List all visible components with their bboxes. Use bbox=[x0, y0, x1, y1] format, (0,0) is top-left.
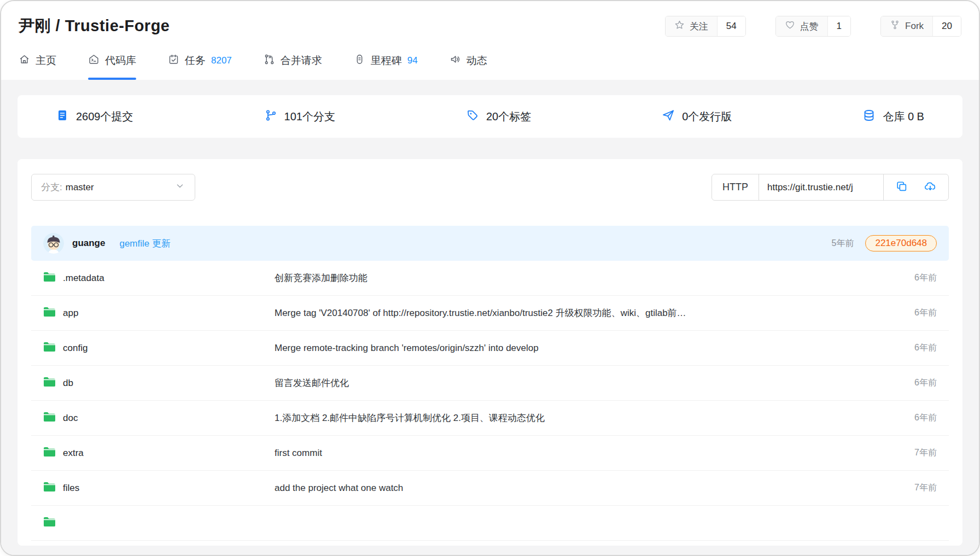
file-row[interactable]: files add the project what one watch 7年前 bbox=[31, 471, 949, 506]
copy-icon[interactable] bbox=[896, 180, 908, 195]
stat-tags-label: 20个标签 bbox=[486, 109, 531, 124]
repo-browser-card: 分支: master HTTP https://git.trustie.net/… bbox=[18, 159, 962, 546]
stat-commits[interactable]: 2609个提交 bbox=[56, 109, 133, 125]
file-row[interactable]: .metadata 创新竞赛添加删除功能 6年前 bbox=[31, 261, 949, 296]
branch-selector[interactable]: 分支: master bbox=[31, 174, 195, 201]
page-title: 尹刚 / Trustie-Forge bbox=[19, 15, 170, 37]
activity-icon bbox=[450, 54, 461, 68]
tab-tasks-count: 8207 bbox=[211, 55, 232, 66]
clone-url-field[interactable]: https://git.trustie.net/j bbox=[759, 174, 884, 200]
tab-activity[interactable]: 动态 bbox=[450, 54, 487, 80]
file-commit-message[interactable]: 创新竞赛添加删除功能 bbox=[275, 272, 888, 284]
file-commit-message[interactable]: Merge remote-tracking branch 'remotes/or… bbox=[275, 343, 888, 354]
stat-branches[interactable]: 101个分支 bbox=[264, 109, 335, 125]
milestone-icon bbox=[354, 54, 365, 68]
praise-button[interactable]: 点赞 1 bbox=[775, 16, 851, 37]
latest-commit-row: guange gemfile 更新 5年前 221e70d648 bbox=[31, 226, 949, 261]
file-name[interactable]: extra bbox=[63, 448, 84, 459]
release-icon bbox=[662, 109, 675, 125]
file-commit-message[interactable]: Merge tag 'V20140708' of http://reposito… bbox=[275, 307, 888, 319]
tab-home-label: 主页 bbox=[36, 54, 56, 68]
repo-stats-card: 2609个提交 101个分支 20个标签 0个发行版 仓库 0 B bbox=[18, 95, 962, 138]
folder-icon bbox=[43, 341, 56, 355]
tab-tasks[interactable]: 任务 8207 bbox=[168, 54, 232, 80]
file-name[interactable]: db bbox=[63, 378, 73, 389]
commits-icon bbox=[56, 109, 69, 125]
file-row[interactable]: extra first commit 7年前 bbox=[31, 436, 949, 471]
repo-icon bbox=[88, 54, 100, 68]
stat-releases[interactable]: 0个发行版 bbox=[662, 109, 732, 125]
cloud-download-icon[interactable] bbox=[924, 180, 936, 195]
stat-branches-label: 101个分支 bbox=[284, 109, 335, 124]
watch-count[interactable]: 54 bbox=[717, 16, 745, 36]
file-time: 6年前 bbox=[888, 377, 937, 389]
tab-milestones[interactable]: 里程碑 94 bbox=[354, 54, 418, 80]
tag-icon bbox=[466, 109, 479, 125]
file-name[interactable]: .metadata bbox=[63, 273, 104, 284]
commit-time: 5年前 bbox=[832, 238, 854, 249]
stat-repo-size-label: 仓库 0 B bbox=[883, 109, 924, 124]
file-time: 6年前 bbox=[888, 272, 937, 284]
folder-icon bbox=[43, 411, 56, 425]
tab-repository[interactable]: 代码库 bbox=[88, 54, 136, 80]
watch-label: 关注 bbox=[690, 20, 708, 33]
clone-url-group: HTTP https://git.trustie.net/j bbox=[711, 174, 949, 201]
avatar[interactable] bbox=[43, 233, 64, 254]
tab-repository-label: 代码库 bbox=[105, 54, 136, 68]
storage-icon bbox=[862, 109, 876, 125]
heart-icon bbox=[785, 20, 795, 33]
fork-count[interactable]: 20 bbox=[932, 16, 961, 36]
folder-icon bbox=[43, 446, 56, 460]
stat-commits-label: 2609个提交 bbox=[76, 109, 133, 124]
file-commit-message[interactable]: add the project what one watch bbox=[275, 483, 888, 494]
stat-tags[interactable]: 20个标签 bbox=[466, 109, 531, 125]
stat-releases-label: 0个发行版 bbox=[682, 109, 732, 124]
repo-tabbar: 主页 代码库 任务 8207 合并请求 里程碑 94 动态 bbox=[1, 54, 979, 80]
tab-merge-requests[interactable]: 合并请求 bbox=[264, 54, 322, 80]
file-commit-message[interactable]: 1.添加文档 2.邮件中缺陷序号计算机制优化 2.项目、课程动态优化 bbox=[275, 412, 888, 424]
praise-count[interactable]: 1 bbox=[827, 16, 850, 36]
file-commit-message[interactable]: 留言发送邮件优化 bbox=[275, 377, 888, 389]
stat-repo-size[interactable]: 仓库 0 B bbox=[862, 109, 924, 125]
commit-hash-badge[interactable]: 221e70d648 bbox=[865, 235, 937, 251]
watch-button[interactable]: 关注 54 bbox=[665, 16, 746, 37]
star-icon bbox=[674, 20, 685, 33]
commit-author[interactable]: guange bbox=[72, 238, 105, 249]
file-name[interactable]: config bbox=[63, 343, 88, 354]
repo-actions: 关注 54 点赞 1 Fork 20 bbox=[665, 16, 961, 37]
commit-message-link[interactable]: gemfile 更新 bbox=[119, 237, 171, 250]
branch-value: master bbox=[66, 182, 94, 193]
tab-milestones-label: 里程碑 bbox=[371, 54, 402, 68]
home-icon bbox=[19, 54, 30, 68]
tab-milestones-count: 94 bbox=[407, 55, 418, 66]
file-name[interactable]: files bbox=[63, 483, 79, 494]
branch-icon bbox=[264, 109, 277, 125]
repo-toolbar: 分支: master HTTP https://git.trustie.net/… bbox=[31, 174, 949, 201]
folder-icon bbox=[43, 271, 56, 285]
file-time: 7年前 bbox=[888, 482, 937, 494]
tab-tasks-label: 任务 bbox=[185, 54, 206, 68]
merge-request-icon bbox=[264, 54, 275, 68]
fork-button[interactable]: Fork 20 bbox=[880, 16, 961, 37]
file-row[interactable]: app Merge tag 'V20140708' of http://repo… bbox=[31, 296, 949, 331]
tab-merge-requests-label: 合并请求 bbox=[281, 54, 322, 68]
file-commit-message[interactable]: first commit bbox=[275, 448, 888, 459]
file-time: 6年前 bbox=[888, 342, 937, 354]
app-window: 尹刚 / Trustie-Forge 关注 54 点赞 1 For bbox=[0, 0, 980, 556]
file-name[interactable]: app bbox=[63, 308, 78, 319]
folder-icon bbox=[43, 376, 56, 390]
file-list: .metadata 创新竞赛添加删除功能 6年前 app Merge tag '… bbox=[31, 261, 949, 541]
fork-label: Fork bbox=[905, 21, 924, 32]
file-row[interactable]: db 留言发送邮件优化 6年前 bbox=[31, 366, 949, 401]
file-row[interactable]: config Merge remote-tracking branch 'rem… bbox=[31, 331, 949, 366]
chevron-down-icon bbox=[174, 180, 185, 194]
file-name[interactable]: doc bbox=[63, 413, 78, 424]
file-time: 7年前 bbox=[888, 447, 937, 459]
folder-icon bbox=[43, 516, 56, 530]
tab-activity-label: 动态 bbox=[466, 54, 487, 68]
protocol-button[interactable]: HTTP bbox=[712, 174, 759, 200]
tasks-icon bbox=[168, 54, 179, 68]
file-row[interactable]: doc 1.添加文档 2.邮件中缺陷序号计算机制优化 2.项目、课程动态优化 6… bbox=[31, 401, 949, 436]
file-row[interactable] bbox=[31, 506, 949, 541]
tab-home[interactable]: 主页 bbox=[19, 54, 56, 80]
